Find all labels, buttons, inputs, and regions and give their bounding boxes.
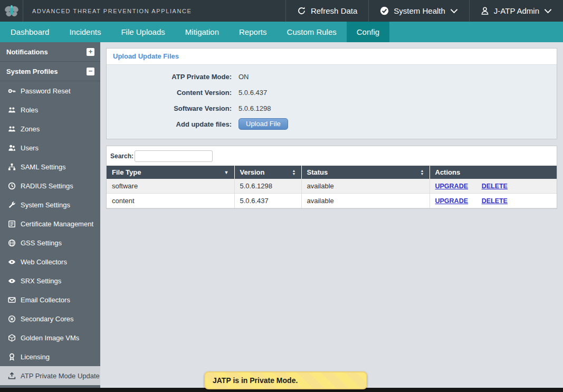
content-version-value: 5.0.6.437 (238, 89, 267, 97)
sidebar-item-roles[interactable]: Roles (0, 100, 100, 119)
update-files-table-panel: Search: File Type▼ Version▲▼ (106, 146, 557, 209)
upgrade-link[interactable]: UPGRADE (435, 183, 469, 190)
sidebar-item-zones[interactable]: Zones (0, 119, 100, 138)
sidebar-item-label: Web Collectors (21, 258, 67, 266)
section-label: Notifications (6, 48, 48, 56)
app-logo (0, 0, 23, 22)
collapse-icon[interactable]: − (87, 68, 94, 75)
sidebar-item-label: RADIUS Settings (21, 182, 73, 190)
topbar: ADVANCED THREAT PREVENTION APPLIANCE Ref… (0, 0, 563, 22)
upload-file-button[interactable]: Upload File (238, 118, 288, 130)
check-circle-icon (380, 6, 389, 15)
sitemap-icon (8, 163, 16, 171)
status-cell: available (301, 194, 430, 208)
sidebar-item-label: Users (21, 144, 39, 152)
tab-dashboard[interactable]: Dashboard (1, 22, 59, 42)
envelope-icon (8, 296, 16, 304)
sidebar-item-label: System Settings (21, 201, 70, 209)
delete-link[interactable]: DELETE (482, 183, 508, 190)
eye-icon (8, 258, 16, 266)
sidebar-item-label: ATP Private Mode Update (21, 372, 100, 380)
tab-mitigation[interactable]: Mitigation (175, 22, 229, 42)
sidebar-item-radius-settings[interactable]: RADIUS Settings (0, 176, 100, 195)
tab-reports[interactable]: Reports (229, 22, 277, 42)
cube-icon (8, 334, 16, 342)
sidebar-item-label: SAML Settings (21, 163, 66, 171)
column-header-status[interactable]: Status▲▼ (301, 166, 430, 179)
sidebar-item-web-collectors[interactable]: Web Collectors (0, 252, 100, 271)
content-version-label: Content Version: (107, 89, 232, 97)
search-label: Search: (110, 152, 133, 160)
tab-incidents[interactable]: Incidents (59, 22, 111, 42)
refresh-icon (297, 6, 306, 15)
version-cell: 5.0.6.1298 (234, 179, 301, 194)
delete-link[interactable]: DELETE (482, 197, 508, 205)
sidebar-item-label: Roles (21, 106, 38, 114)
tab-config[interactable]: Config (347, 22, 389, 42)
version-cell: 5.0.6.437 (234, 194, 301, 208)
user-menu[interactable]: J-ATP Admin (470, 0, 563, 22)
circle-x-icon (8, 315, 16, 323)
user-icon (481, 6, 489, 15)
add-update-files-label: Add update files: (107, 120, 232, 128)
sidebar-item-system-settings[interactable]: System Settings (0, 195, 100, 214)
table-row: content 5.0.6.437 available UPGRADE DELE… (107, 194, 557, 208)
sidebar-item-label: GSS Settings (21, 239, 62, 247)
private-mode-tooltip: JATP is in Private Mode. (204, 371, 367, 389)
atp-private-mode-value: ON (238, 73, 249, 81)
chevron-down-icon (544, 8, 552, 14)
panel-title: Upload Update Files (107, 49, 557, 65)
sidebar-section-notifications[interactable]: Notifications + (0, 42, 100, 62)
sidebar-item-gss-settings[interactable]: GSS Settings (0, 233, 100, 252)
award-icon (8, 353, 16, 361)
sidebar-item-golden-image-vms[interactable]: Golden Image VMs (0, 328, 100, 347)
sidebar-item-users[interactable]: Users (0, 138, 100, 157)
sort-icon: ▲▼ (421, 169, 424, 176)
system-health-menu[interactable]: System Health (369, 0, 469, 22)
sidebar-item-saml-settings[interactable]: SAML Settings (0, 157, 100, 176)
atp-private-mode-row: ATP Private Mode: ON (107, 69, 557, 84)
sidebar-item-label: Golden Image VMs (21, 334, 79, 342)
wrench-icon (8, 201, 16, 209)
sidebar-item-label: Secondary Cores (21, 315, 73, 323)
sidebar-item-atp-private-mode-update[interactable]: ATP Private Mode Update (0, 366, 100, 385)
user-label: J-ATP Admin (494, 6, 539, 15)
sidebar-item-email-collectors[interactable]: Email Collectors (0, 290, 100, 309)
eye-icon (8, 277, 16, 285)
key-icon (8, 87, 16, 95)
sidebar-item-label: Zones (21, 125, 40, 133)
sidebar: Notifications + System Profiles − Passwo… (0, 42, 100, 392)
sort-icon: ▲▼ (292, 169, 296, 176)
search-input[interactable] (135, 150, 213, 162)
users-icon (8, 106, 16, 114)
globe-icon (8, 239, 16, 247)
users-icon (8, 125, 16, 133)
sidebar-item-password-reset[interactable]: Password Reset (0, 81, 100, 100)
sidebar-section-system-profiles[interactable]: System Profiles − (0, 62, 100, 81)
tab-custom-rules[interactable]: Custom Rules (277, 22, 347, 42)
certificate-icon (8, 220, 16, 228)
content-version-row: Content Version: 5.0.6.437 (107, 84, 557, 100)
sidebar-item-label: Email Collectors (21, 296, 70, 304)
sidebar-item-label: Certificate Management (21, 220, 93, 228)
upgrade-link[interactable]: UPGRADE (435, 197, 469, 205)
column-header-version[interactable]: Version▲▼ (234, 166, 301, 179)
column-header-actions: Actions (430, 166, 557, 179)
software-version-row: Software Version: 5.0.6.1298 (107, 100, 557, 116)
column-header-file-type[interactable]: File Type▼ (107, 166, 234, 179)
sidebar-item-srx-settings[interactable]: SRX Settings (0, 271, 100, 290)
update-files-table: File Type▼ Version▲▼ Status▲▼ Actions (107, 166, 557, 208)
main-nav: Dashboard Incidents File Uploads Mitigat… (0, 22, 563, 42)
upload-update-files-panel: Upload Update Files ATP Private Mode: ON… (106, 48, 557, 139)
user-group-icon (8, 144, 16, 152)
chevron-down-icon (450, 8, 458, 14)
actions-cell: UPGRADE DELETE (430, 179, 557, 194)
refresh-data-label: Refresh Data (311, 6, 357, 15)
sidebar-item-licensing[interactable]: Licensing (0, 347, 100, 366)
sidebar-item-secondary-cores[interactable]: Secondary Cores (0, 309, 100, 328)
sidebar-item-certificate-management[interactable]: Certificate Management (0, 214, 100, 233)
expand-icon[interactable]: + (87, 48, 94, 56)
tab-file-uploads[interactable]: File Uploads (111, 22, 175, 42)
actions-cell: UPGRADE DELETE (430, 194, 557, 208)
refresh-data-button[interactable]: Refresh Data (286, 0, 368, 22)
